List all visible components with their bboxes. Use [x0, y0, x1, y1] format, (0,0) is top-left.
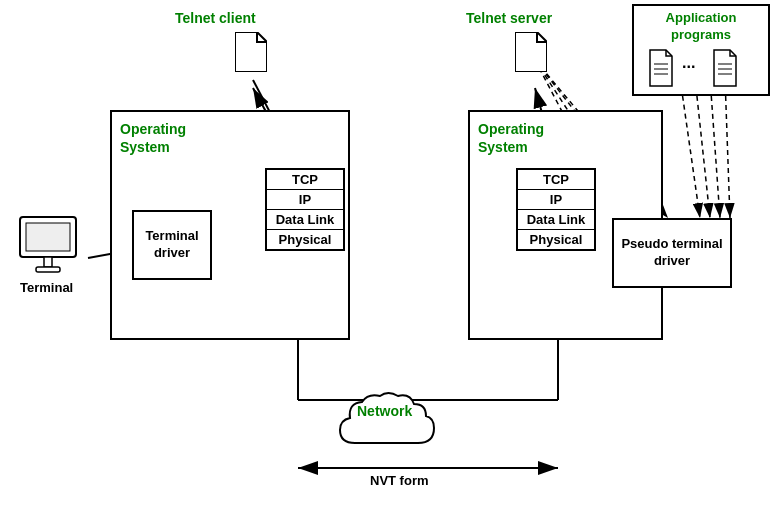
- svg-line-15: [695, 78, 710, 218]
- right-datalink-row: Data Link: [518, 210, 594, 230]
- left-os-label: Operating System: [120, 120, 186, 156]
- svg-line-16: [710, 78, 720, 218]
- svg-rect-23: [26, 223, 70, 251]
- telnet-server-icon: [515, 32, 545, 68]
- left-datalink-row: Data Link: [267, 210, 343, 230]
- svg-marker-26: [235, 32, 267, 72]
- svg-line-17: [725, 78, 730, 218]
- terminal-label: Terminal: [20, 280, 73, 295]
- svg-line-14: [680, 78, 700, 218]
- right-os-label: Operating System: [478, 120, 544, 156]
- telnet-client-label: Telnet client: [175, 10, 256, 26]
- telnet-server-label: Telnet server: [466, 10, 552, 26]
- right-tcp-row: TCP: [518, 170, 594, 190]
- right-stack-box: TCP IP Data Link Physical: [516, 168, 596, 251]
- left-ip-row: IP: [267, 190, 343, 210]
- svg-rect-25: [36, 267, 60, 272]
- right-ip-row: IP: [518, 190, 594, 210]
- left-stack-box: TCP IP Data Link Physical: [265, 168, 345, 251]
- network-label: Network: [357, 403, 412, 419]
- terminal-driver-box: Terminal driver: [132, 210, 212, 280]
- pseudo-terminal-driver-box: Pseudo terminal driver: [612, 218, 732, 288]
- svg-marker-27: [515, 32, 547, 72]
- terminal-icon: [18, 215, 86, 279]
- nvt-form-label: NVT form: [370, 473, 429, 488]
- app-programs-label: Application programs: [640, 10, 762, 44]
- right-physical-row: Physical: [518, 230, 594, 249]
- svg-rect-24: [44, 257, 52, 267]
- app-programs-box: Application programs ···: [632, 4, 770, 96]
- left-physical-row: Physical: [267, 230, 343, 249]
- left-tcp-row: TCP: [267, 170, 343, 190]
- network-cloud: [330, 388, 450, 457]
- telnet-client-icon: [235, 32, 265, 68]
- svg-text:···: ···: [682, 58, 695, 75]
